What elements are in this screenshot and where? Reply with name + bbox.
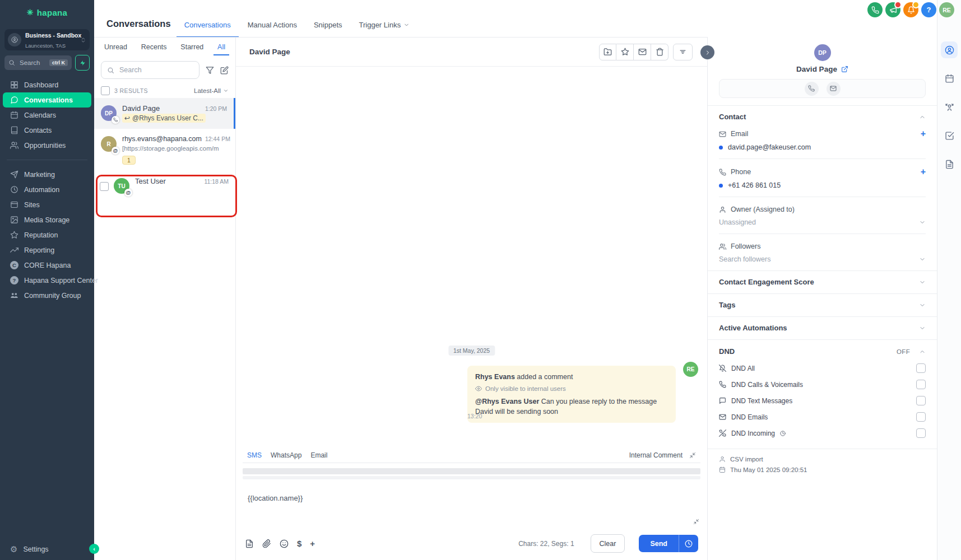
star-button[interactable] (616, 44, 634, 60)
notifications-button[interactable] (903, 2, 918, 17)
schedule-send-button[interactable] (679, 535, 698, 552)
associations-tab[interactable] (941, 99, 958, 115)
add-email-button[interactable]: + (921, 129, 926, 138)
sidebar-item-core-hapana[interactable]: C CORE Hapana (0, 258, 94, 273)
archive-folder-button[interactable] (599, 44, 616, 60)
dnd-section-header[interactable]: DND OFF (719, 347, 926, 356)
external-link-icon[interactable] (841, 66, 848, 73)
right-icon-strip (937, 0, 961, 560)
conversation-search-input[interactable] (101, 61, 199, 79)
appointments-tab[interactable] (941, 70, 958, 87)
sidebar-item-settings[interactable]: ⚙ Settings (0, 545, 94, 553)
sidebar-item-conversations[interactable]: Conversations (3, 92, 91, 108)
location-selector[interactable]: Business - Sandbox Launceston, TAS (4, 29, 90, 50)
sidebar-item-marketing[interactable]: Marketing (0, 167, 94, 182)
search-icon (107, 67, 114, 74)
sidebar-item-support-center[interactable]: ? Hapana Support Center (0, 273, 94, 288)
notes-tab[interactable] (941, 156, 958, 172)
email-contact-button[interactable] (827, 82, 841, 96)
search-shortcut-badge: ctrl K (49, 59, 68, 66)
sidebar-item-reputation[interactable]: Reputation (0, 227, 94, 242)
dialer-button[interactable] (867, 2, 883, 17)
sidebar-item-community-group[interactable]: Community Group (0, 288, 94, 303)
attachment-icon[interactable] (262, 539, 271, 548)
dnd-calls-checkbox[interactable] (916, 380, 926, 389)
dnd-row-incoming: DND Incoming (719, 425, 926, 441)
reply-arrow-icon: ↩ (124, 114, 130, 122)
conversation-item-test-user[interactable]: TU @ Test User 11:18 AM (94, 171, 235, 200)
tasks-tab[interactable] (941, 127, 958, 144)
sidebar-item-sites[interactable]: Sites (0, 197, 94, 212)
clear-button[interactable]: Clear (591, 534, 625, 553)
sidebar-item-dashboard[interactable]: Dashboard (0, 77, 94, 92)
delete-button[interactable] (651, 44, 668, 60)
templates-icon[interactable] (245, 539, 254, 548)
add-more-icon[interactable]: + (310, 539, 315, 548)
select-all-checkbox[interactable] (101, 86, 110, 95)
tags-section-header[interactable]: Tags (719, 301, 926, 309)
thread-filter-button[interactable] (673, 44, 693, 60)
contact-panel-tab[interactable] (941, 41, 958, 58)
conversation-search-field[interactable] (118, 66, 193, 74)
payments-icon[interactable]: $ (297, 539, 301, 548)
tab-whatsapp[interactable]: WhatsApp (271, 451, 301, 459)
owner-select[interactable]: Unassigned (719, 218, 926, 226)
compose-icon[interactable] (220, 66, 229, 74)
email-field-header: Email + (719, 129, 926, 138)
location-avatar-icon (8, 33, 21, 46)
message-input[interactable]: {{location.name}} (243, 494, 700, 528)
emoji-icon[interactable] (280, 539, 289, 548)
tab-conversations[interactable]: Conversations (184, 21, 231, 29)
dashboard-icon (10, 81, 18, 89)
resize-handle-icon[interactable] (693, 519, 699, 525)
sidebar-search-field[interactable] (18, 59, 46, 67)
conversation-item-david-page[interactable]: DP David Page 1:20 PM ↩ @Rhys Evans User… (94, 98, 235, 129)
tab-snippets[interactable]: Snippets (314, 21, 342, 29)
tab-recents[interactable]: Recents (141, 43, 167, 51)
call-contact-button[interactable] (805, 82, 819, 96)
sidebar-collapse-button[interactable]: ‹ (89, 544, 99, 554)
announcements-button[interactable] (885, 2, 900, 17)
add-phone-button[interactable]: + (921, 167, 926, 176)
composer-right-controls: Internal Comment (629, 451, 696, 459)
followers-select[interactable]: Search followers (719, 255, 926, 263)
topbar-icons: ? RE (867, 2, 954, 17)
conversation-checkbox[interactable] (100, 182, 109, 191)
minimize-composer-icon[interactable] (689, 452, 696, 459)
tab-starred[interactable]: Starred (180, 43, 203, 51)
dnd-incoming-checkbox[interactable] (916, 428, 926, 438)
tab-manual-actions[interactable]: Manual Actions (248, 21, 297, 29)
tab-email[interactable]: Email (310, 451, 327, 459)
tab-all[interactable]: All (217, 43, 225, 51)
sidebar-item-contacts[interactable]: Contacts (0, 123, 94, 138)
tab-sms[interactable]: SMS (247, 451, 262, 459)
tab-unread[interactable]: Unread (104, 43, 127, 51)
comment-author-avatar: RE (683, 362, 698, 377)
contact-section-header[interactable]: Contact (719, 113, 926, 121)
user-avatar[interactable]: RE (939, 2, 954, 17)
phone-channel-badge (112, 116, 119, 124)
conversation-item-rhys-evans[interactable]: R @ rhys.evans@hapana.com 12:44 PM [http… (94, 129, 235, 171)
conversation-name: rhys.evans@hapana.com (122, 135, 202, 143)
sidebar-item-reporting[interactable]: Reporting (0, 242, 94, 258)
collapse-panel-button[interactable] (700, 45, 714, 59)
avatar: DP (101, 105, 117, 122)
mark-read-button[interactable] (634, 44, 651, 60)
sidebar-item-automation[interactable]: Automation (0, 182, 94, 197)
help-button[interactable]: ? (921, 2, 936, 17)
sidebar-item-media-storage[interactable]: Media Storage (0, 212, 94, 227)
tab-trigger-links[interactable]: Trigger Links (359, 21, 410, 29)
engagement-section-header[interactable]: Contact Engagement Score (719, 278, 926, 286)
sidebar-item-calendars[interactable]: Calendars (0, 108, 94, 123)
sidebar-search-input[interactable]: ctrl K (4, 55, 72, 70)
quick-actions-button[interactable] (75, 55, 90, 71)
internal-comment-toggle[interactable]: Internal Comment (629, 451, 683, 459)
dnd-emails-checkbox[interactable] (916, 412, 926, 422)
sort-dropdown[interactable]: Latest-All (194, 87, 229, 94)
automations-section-header[interactable]: Active Automations (719, 324, 926, 332)
dnd-all-checkbox[interactable] (916, 363, 926, 373)
dnd-texts-checkbox[interactable] (916, 396, 926, 405)
send-button[interactable]: Send (639, 535, 679, 552)
sidebar-item-opportunities[interactable]: Opportunities (0, 138, 94, 153)
filter-funnel-icon[interactable] (206, 66, 214, 74)
